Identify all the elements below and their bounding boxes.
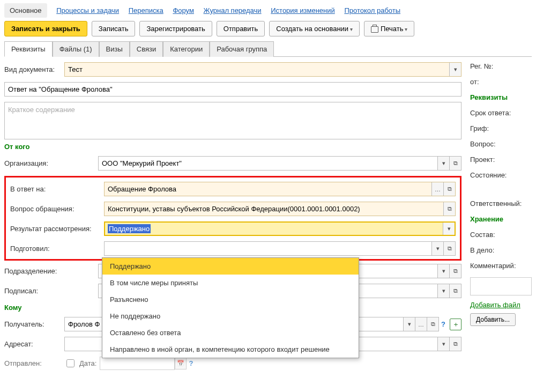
- register-button[interactable]: Зарегистрировать: [139, 21, 212, 36]
- dept-open-icon[interactable]: ⧉: [449, 264, 461, 278]
- tab-categories[interactable]: Категории: [163, 41, 210, 57]
- dept-dropdown-icon[interactable]: ▾: [437, 264, 449, 278]
- side-to-case: В дело:: [470, 246, 532, 254]
- recipient-browse-icon[interactable]: …: [415, 317, 427, 331]
- top-nav: Основное Процессы и задачи Переписка Фор…: [4, 4, 532, 21]
- prepared-label: Подготовил:: [10, 245, 104, 253]
- issue-field[interactable]: ⧉: [104, 202, 456, 216]
- dd-item-forwarded[interactable]: Направлено в иной орган, в компетенцию к…: [102, 341, 359, 358]
- dd-item-no-answer[interactable]: Оставлено без ответа: [102, 324, 359, 341]
- doc-kind-input[interactable]: [65, 63, 449, 76]
- side-panel: Рег. №: от: Реквизиты Срок ответа: Гриф:…: [470, 62, 532, 375]
- reply-to-open-icon[interactable]: ⧉: [443, 182, 455, 196]
- result-dropdown-icon[interactable]: ▾: [443, 223, 455, 235]
- sent-checkbox[interactable]: [66, 359, 75, 367]
- recipient-dropdown-icon[interactable]: ▾: [403, 317, 415, 331]
- sent-label: Отправлен:: [4, 359, 58, 367]
- side-reqs-head: Реквизиты: [470, 93, 532, 101]
- send-button[interactable]: Отправить: [217, 21, 265, 36]
- save-close-button[interactable]: Записать и закрыть: [4, 21, 87, 36]
- nav-tab-protocol[interactable]: Протокол работы: [344, 6, 400, 14]
- addressee-open-icon[interactable]: ⧉: [449, 337, 461, 351]
- result-label: Результат рассмотрения:: [10, 225, 104, 233]
- from-section-head: От кого: [4, 143, 461, 151]
- result-field[interactable]: Поддержано ▾: [104, 221, 456, 236]
- side-grif: Гриф:: [470, 124, 532, 132]
- recipient-add-button[interactable]: ＋: [450, 319, 461, 330]
- side-responsible: Ответственный:: [470, 199, 532, 208]
- doc-kind-label: Вид документа:: [4, 65, 58, 73]
- issue-input[interactable]: [105, 202, 443, 216]
- nav-tab-history[interactable]: История изменений: [271, 6, 335, 14]
- org-label: Организация:: [4, 159, 98, 167]
- side-add-file-link[interactable]: Добавить файл: [470, 301, 532, 309]
- reply-to-input[interactable]: [105, 182, 431, 196]
- issue-label: Вопрос обращения:: [10, 205, 104, 213]
- side-reg-no: Рег. №:: [470, 62, 532, 70]
- recipient-help-icon[interactable]: ?: [441, 320, 445, 328]
- calendar-icon[interactable]: 📅: [175, 358, 187, 369]
- form-tabs: Реквизиты Файлы (1) Визы Связи Категории…: [4, 41, 532, 57]
- prepared-field[interactable]: ▾ ⧉: [104, 241, 456, 256]
- side-add-button[interactable]: Добавить...: [470, 313, 516, 326]
- summary-placeholder: Краткое содержание: [8, 106, 75, 114]
- nav-tab-transfer-log[interactable]: Журнал передачи: [204, 6, 262, 14]
- side-from: от:: [470, 78, 532, 86]
- addressee-dropdown-icon[interactable]: ▾: [437, 337, 449, 351]
- addressee-label: Адресат:: [4, 340, 58, 348]
- org-field[interactable]: ▾ ⧉: [98, 156, 461, 171]
- result-dropdown: Поддержано В том числе меры приняты Разъ…: [102, 257, 359, 358]
- prepared-open-icon[interactable]: ⧉: [443, 242, 455, 255]
- toolbar: Записать и закрыть Записать Зарегистриро…: [4, 21, 532, 36]
- date-label: Дата:: [79, 359, 96, 367]
- org-dropdown-icon[interactable]: ▾: [437, 157, 449, 170]
- print-button[interactable]: Печать: [364, 21, 414, 36]
- doc-kind-dropdown-icon[interactable]: ▾: [449, 63, 461, 76]
- nav-tab-forum[interactable]: Форум: [173, 6, 194, 14]
- summary-textarea[interactable]: Краткое содержание: [4, 102, 461, 139]
- date-input[interactable]: [100, 357, 175, 370]
- tab-requisites[interactable]: Реквизиты: [4, 41, 53, 57]
- date-help-icon[interactable]: ?: [189, 359, 193, 367]
- side-state: Состояние:: [470, 171, 532, 179]
- prepared-dropdown-icon[interactable]: ▾: [431, 242, 443, 255]
- org-input[interactable]: [99, 157, 437, 170]
- side-comment: Комментарий:: [470, 262, 532, 270]
- tab-links[interactable]: Связи: [130, 41, 163, 57]
- tab-workgroup[interactable]: Рабочая группа: [210, 41, 274, 57]
- issue-open-icon[interactable]: ⧉: [443, 202, 455, 216]
- dd-item-measures[interactable]: В том числе меры приняты: [102, 275, 359, 291]
- recipient-open-icon[interactable]: ⧉: [427, 317, 438, 331]
- nav-tab-main[interactable]: Основное: [4, 3, 47, 18]
- nav-tab-correspondence[interactable]: Переписка: [129, 6, 163, 14]
- tab-visas[interactable]: Визы: [99, 41, 130, 57]
- side-project: Проект:: [470, 156, 532, 164]
- doc-kind-field[interactable]: ▾: [64, 62, 461, 77]
- dd-item-supported[interactable]: Поддержано: [102, 258, 359, 275]
- org-open-icon[interactable]: ⧉: [449, 157, 461, 170]
- save-button[interactable]: Записать: [92, 21, 136, 36]
- side-question: Вопрос:: [470, 140, 532, 148]
- result-value: Поддержано: [108, 224, 151, 233]
- signed-dropdown-icon[interactable]: ▾: [437, 284, 449, 298]
- reply-to-label: В ответ на:: [10, 185, 104, 193]
- highlight-box: В ответ на: … ⧉ Вопрос обращения: ⧉ Резу…: [4, 176, 461, 261]
- print-icon: [371, 26, 378, 33]
- signed-open-icon[interactable]: ⧉: [449, 284, 461, 298]
- dd-item-explained[interactable]: Разъяснено: [102, 291, 359, 308]
- side-content: Состав:: [470, 231, 532, 239]
- print-label: Печать: [381, 25, 404, 33]
- reply-to-field[interactable]: … ⧉: [104, 182, 456, 196]
- dd-item-not-supported[interactable]: Не поддержано: [102, 308, 359, 324]
- signed-label: Подписал:: [4, 287, 98, 295]
- create-based-button[interactable]: Создать на основании: [269, 21, 360, 36]
- comment-box[interactable]: [470, 277, 532, 295]
- nav-tab-processes[interactable]: Процессы и задачи: [56, 6, 119, 14]
- side-reply-due: Срок ответа:: [470, 109, 532, 117]
- prepared-input[interactable]: [105, 242, 431, 255]
- reply-to-browse-icon[interactable]: …: [431, 182, 443, 196]
- dept-label: Подразделение:: [4, 267, 98, 275]
- tab-files[interactable]: Файлы (1): [53, 41, 99, 57]
- side-storage-head: Хранение: [470, 215, 532, 223]
- subject-input[interactable]: [5, 83, 461, 96]
